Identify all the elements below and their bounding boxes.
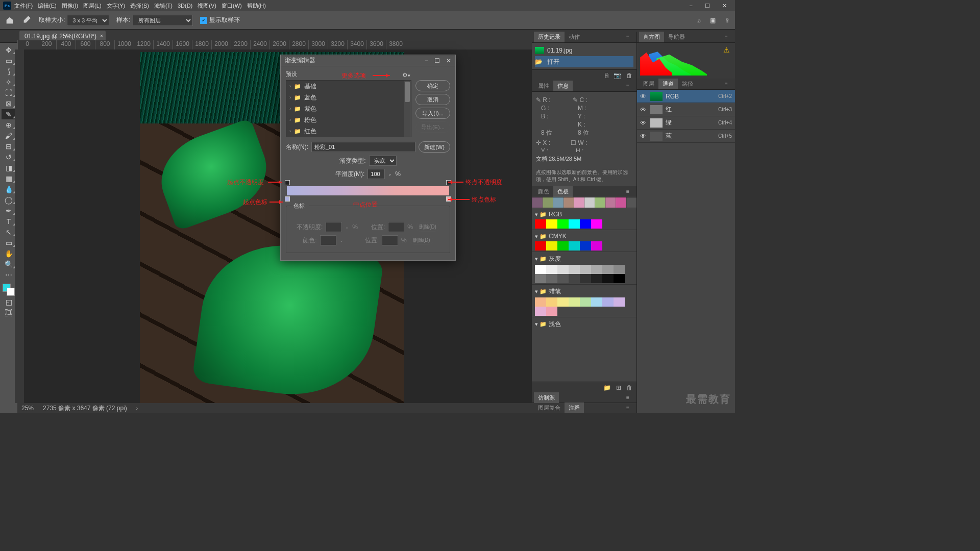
menu-3d[interactable]: 3D(D): [178, 3, 192, 9]
trash-icon[interactable]: 🗑: [626, 72, 632, 79]
dialog-close-icon[interactable]: ✕: [446, 57, 451, 64]
brush-tool[interactable]: 🖌: [2, 131, 16, 141]
panel-menu-icon[interactable]: ≡: [725, 34, 732, 40]
panel-menu-icon[interactable]: ≡: [725, 81, 732, 87]
screenmode-icon[interactable]: ⿴: [2, 308, 16, 318]
menu-help[interactable]: 帮助(H): [247, 2, 266, 10]
camera-icon[interactable]: 📷: [614, 72, 621, 79]
panel-menu-icon[interactable]: ≡: [626, 395, 633, 400]
tab-properties[interactable]: 属性: [534, 81, 553, 91]
menu-window[interactable]: 窗口(W): [222, 2, 242, 10]
tab-notes[interactable]: 注释: [565, 403, 584, 413]
panel-menu-icon[interactable]: ≡: [626, 83, 633, 89]
panel-menu-icon[interactable]: ≡: [626, 189, 633, 194]
channel-red[interactable]: 👁红Ctrl+3: [637, 103, 735, 116]
eraser-tool[interactable]: ◨: [2, 163, 16, 173]
search-icon[interactable]: ⌕: [697, 17, 701, 24]
gradient-tool[interactable]: ▦: [2, 173, 16, 184]
channel-blue[interactable]: 👁蓝Ctrl+5: [637, 130, 735, 143]
tab-navigator[interactable]: 导航器: [664, 32, 689, 42]
move-tool[interactable]: ✥: [2, 45, 16, 55]
stamp-tool[interactable]: ⊟: [2, 141, 16, 152]
share-icon[interactable]: ⇪: [725, 17, 730, 24]
smoothness-input[interactable]: [368, 169, 385, 179]
menu-edit[interactable]: 编辑(E): [38, 2, 57, 10]
menu-image[interactable]: 图像(I): [62, 2, 78, 10]
history-brush-tool[interactable]: ↺: [2, 152, 16, 162]
eyedropper-tool[interactable]: ✎: [2, 109, 16, 119]
snapshot-icon[interactable]: ⎘: [605, 72, 608, 79]
wand-tool[interactable]: ✧: [2, 77, 16, 87]
import-button[interactable]: 导入(I)...: [415, 108, 450, 119]
new-group-icon[interactable]: 📁: [603, 384, 611, 391]
type-tool[interactable]: T: [2, 216, 16, 227]
path-tool[interactable]: ↖: [2, 227, 16, 237]
sample-size-select[interactable]: 3 x 3 平均: [67, 15, 109, 26]
menu-filter[interactable]: 滤镜(T): [154, 2, 173, 10]
heal-tool[interactable]: ⊕: [2, 120, 16, 130]
panel-menu-icon[interactable]: ≡: [626, 405, 633, 411]
tab-layers[interactable]: 图层: [639, 79, 658, 89]
history-item[interactable]: 📂打开: [535, 56, 633, 67]
blur-tool[interactable]: 💧: [2, 184, 16, 194]
home-icon[interactable]: [5, 16, 14, 25]
minimize-icon[interactable]: −: [690, 3, 693, 9]
tab-close-icon[interactable]: ×: [100, 33, 103, 39]
sample-layers-select[interactable]: 所有图层: [133, 15, 193, 26]
eyedropper-tool-icon[interactable]: [20, 15, 32, 26]
zoom-level[interactable]: 25%: [21, 405, 34, 412]
zoom-tool[interactable]: 🔍: [2, 259, 16, 269]
tab-layercomp[interactable]: 图层复合: [534, 403, 565, 413]
tab-clone[interactable]: 仿制源: [534, 392, 559, 403]
gradient-bar[interactable]: [287, 186, 449, 195]
lasso-tool[interactable]: ⟆: [2, 66, 16, 77]
frame-tool[interactable]: ⊠: [2, 98, 16, 109]
eye-icon[interactable]: 👁: [640, 93, 647, 100]
more-tools[interactable]: ⋯: [2, 270, 16, 280]
workspace-icon[interactable]: ▣: [710, 17, 716, 24]
show-ring-checkbox[interactable]: ✓: [200, 17, 207, 24]
tab-histogram[interactable]: 直方图: [639, 32, 664, 42]
menu-layer[interactable]: 图层(L): [83, 2, 101, 10]
dialog-minimize-icon[interactable]: −: [425, 57, 428, 64]
tab-colors[interactable]: 颜色: [534, 186, 553, 197]
menu-file[interactable]: 文件(F): [14, 2, 33, 10]
gradient-type-select[interactable]: 实底: [369, 156, 397, 166]
dialog-maximize-icon[interactable]: ☐: [434, 57, 440, 64]
cancel-button[interactable]: 取消: [415, 94, 450, 105]
shape-tool[interactable]: ▭: [2, 238, 16, 248]
tab-swatches[interactable]: 色板: [553, 186, 573, 197]
tab-actions[interactable]: 动作: [565, 32, 584, 42]
warning-icon[interactable]: ⚠: [723, 46, 730, 54]
tab-info[interactable]: 信息: [553, 81, 573, 91]
preset-scrollbar[interactable]: [404, 81, 411, 137]
ok-button[interactable]: 确定: [415, 80, 450, 91]
pen-tool[interactable]: ✒: [2, 206, 16, 216]
panel-menu-icon[interactable]: ≡: [626, 34, 633, 40]
menu-select[interactable]: 选择(S): [130, 2, 149, 10]
new-swatch-icon[interactable]: ⊞: [616, 384, 621, 391]
color-swatch[interactable]: [2, 283, 16, 297]
maximize-icon[interactable]: ☐: [705, 3, 710, 9]
menu-text[interactable]: 文字(Y): [107, 2, 126, 10]
tab-history[interactable]: 历史记录: [534, 32, 565, 42]
dialog-titlebar[interactable]: 渐变编辑器 − ☐ ✕: [281, 55, 455, 66]
crop-tool[interactable]: ⛶: [2, 88, 16, 98]
gear-icon[interactable]: ⚙▾: [402, 71, 410, 79]
name-input[interactable]: [311, 142, 415, 152]
channel-green[interactable]: 👁绿Ctrl+4: [637, 116, 735, 130]
marquee-tool[interactable]: ▭: [2, 56, 16, 66]
menu-view[interactable]: 视图(V): [198, 2, 216, 10]
tab-channels[interactable]: 通道: [658, 79, 678, 89]
tab-paths[interactable]: 路径: [678, 79, 697, 89]
close-icon[interactable]: ✕: [722, 3, 727, 9]
color-stop-start[interactable]: [285, 196, 290, 202]
opacity-stop-start[interactable]: [285, 180, 290, 185]
hand-tool[interactable]: ✋: [2, 248, 16, 259]
dodge-tool[interactable]: ◯: [2, 195, 16, 205]
channel-rgb[interactable]: 👁RGBCtrl+2: [637, 90, 735, 103]
quickmask-icon[interactable]: ◱: [2, 297, 16, 307]
new-button[interactable]: 新建(W): [419, 141, 450, 153]
trash-icon[interactable]: 🗑: [626, 384, 632, 391]
preset-list[interactable]: ›📁 基础 ›📁 蓝色 ›📁 紫色 ›📁 粉色 ›📁 红色: [286, 80, 411, 137]
